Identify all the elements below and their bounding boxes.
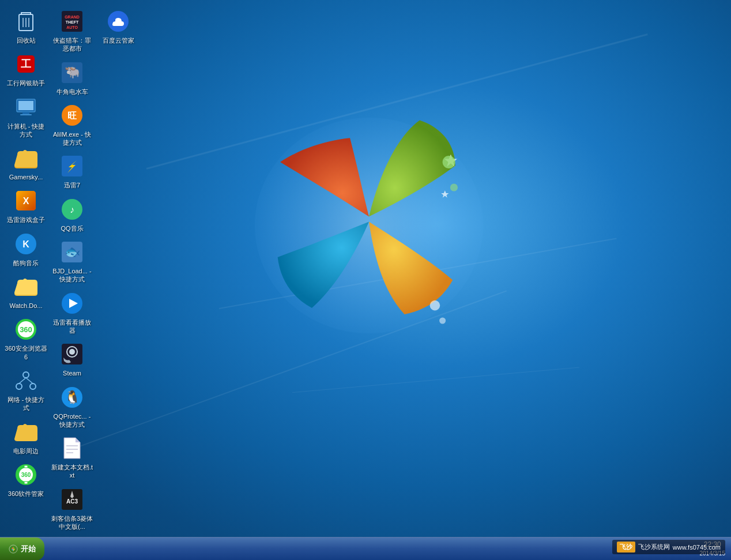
icon-qqmusic-label: QQ音乐: [61, 224, 83, 232]
icon-movie[interactable]: 电影周边: [3, 416, 49, 458]
svg-point-27: [30, 384, 36, 389]
360browser-icon: 360: [13, 317, 39, 342]
alim-icon: 旺: [59, 103, 85, 128]
icon-baidu-cloud[interactable]: 百度云管家: [95, 6, 141, 47]
icon-xunlei-player-label: 迅雷看看播放器: [51, 318, 93, 335]
svg-point-3: [443, 156, 455, 168]
recycle-icon: [13, 9, 39, 34]
icon-watchdog[interactable]: Watch.Do...: [3, 271, 49, 313]
svg-text:♪: ♪: [70, 205, 74, 215]
xunlei7-icon: [59, 153, 85, 179]
icon-newtext-label: 新建文本文档.txt: [51, 463, 93, 480]
desktop-icons-container: 回收站 工 工行网银助手 计算机 - 快捷方式: [3, 6, 141, 542]
icon-360manager-label: 360软件管家: [8, 490, 44, 498]
icon-alim-label: AliIM.exe - 快捷方式: [51, 130, 93, 147]
svg-point-6: [439, 318, 446, 324]
svg-text:旺: 旺: [67, 111, 77, 121]
baidu-cloud-icon: [105, 9, 131, 34]
svg-line-29: [26, 378, 33, 384]
icon-baidu-cloud-label: 百度云管家: [103, 36, 134, 44]
icon-qqprotect-label: QQProtec... - 快捷方式: [51, 412, 93, 429]
icon-xunlei-games[interactable]: X 迅雷游戏盒子: [3, 185, 49, 227]
icon-qqmusic[interactable]: ♪ QQ音乐: [49, 194, 95, 235]
windows-orb-icon: [9, 544, 18, 554]
icon-newtext[interactable]: 新建文本文档.txt: [49, 433, 95, 483]
icon-computer-label: 计算机 - 快捷方式: [5, 122, 47, 139]
icon-computer[interactable]: 计算机 - 快捷方式: [3, 92, 49, 142]
network-icon: [13, 368, 39, 393]
icon-360browser[interactable]: 360 360安全浏览器6: [3, 314, 49, 364]
icon-xunlei7-label: 迅雷7: [64, 181, 80, 189]
icon-recycle[interactable]: 回收站: [3, 6, 49, 47]
start-button[interactable]: 开始: [0, 538, 44, 561]
watermark-url: www.fs0745.com: [673, 544, 721, 551]
svg-text:AUTO: AUTO: [66, 25, 78, 29]
xunlei-player-icon: [59, 291, 85, 316]
qqprotect-icon: 🐧: [59, 385, 85, 410]
watermark-brand: 飞沙: [620, 543, 632, 550]
icon-icbc-label: 工行网银助手: [7, 79, 45, 87]
svg-text:K: K: [22, 239, 29, 249]
icon-xunlei7[interactable]: 迅雷7: [49, 151, 95, 192]
icon-360manager[interactable]: 360 360软件管家: [3, 459, 49, 501]
thief-icon: GRAND THEFT AUTO: [59, 9, 85, 34]
svg-text:X: X: [23, 196, 29, 206]
svg-text:AC3: AC3: [66, 498, 78, 505]
buffalo-icon: 🐃: [59, 60, 85, 85]
svg-rect-16: [20, 114, 32, 115]
svg-text:🐧: 🐧: [65, 389, 81, 405]
icon-steam[interactable]: Steam: [49, 339, 95, 380]
icon-icbc[interactable]: 工 工行网银助手: [3, 48, 49, 90]
icon-thief-label: 侠盗猎车：罪恶都市: [51, 36, 93, 53]
icon-assassin[interactable]: AC3 刺客信条3菱体中文版(...: [49, 484, 95, 534]
svg-rect-33: [24, 465, 28, 468]
icon-recycle-label: 回收站: [17, 36, 36, 44]
windows-logo: [242, 92, 496, 346]
computer-icon: [13, 95, 39, 120]
gamersky-icon: [13, 145, 39, 171]
icon-steam-label: Steam: [63, 369, 81, 377]
icon-gamersky[interactable]: Gamersky...: [3, 142, 49, 184]
svg-point-5: [430, 300, 440, 311]
icbc-icon: 工: [13, 51, 39, 77]
icon-buffalo-label: 牛角电水车: [56, 88, 88, 96]
svg-point-25: [23, 372, 29, 378]
icon-xunlei-games-label: 迅雷游戏盒子: [7, 216, 45, 224]
svg-text:THEFT: THEFT: [66, 20, 79, 24]
360manager-icon: 360: [13, 462, 39, 487]
svg-point-4: [450, 183, 458, 191]
icon-network-label: 网络 - 快捷方式: [5, 396, 47, 412]
assassin-icon: AC3: [59, 487, 85, 512]
bjdload-icon: 🐟: [59, 239, 85, 265]
svg-text:🐟: 🐟: [65, 244, 81, 260]
icon-buffalo[interactable]: 🐃 牛角电水车: [49, 57, 95, 99]
icon-kugou-label: 酷狗音乐: [13, 259, 39, 267]
svg-text:360: 360: [20, 325, 32, 334]
icon-bjdload[interactable]: 🐟 BJD_Load... - 快捷方式: [49, 236, 95, 287]
icon-xunlei-player[interactable]: 迅雷看看播放器: [49, 288, 95, 338]
icon-kugou[interactable]: K 酷狗音乐: [3, 228, 49, 270]
icon-alim[interactable]: 旺 AliIM.exe - 快捷方式: [49, 100, 95, 150]
watermark: 飞沙 飞沙系统网 www.fs0745.com: [612, 540, 725, 554]
svg-rect-14: [18, 101, 33, 110]
icon-movie-label: 电影周边: [13, 447, 39, 455]
icon-bjdload-label: BJD_Load... - 快捷方式: [51, 267, 93, 284]
svg-point-51: [69, 349, 75, 355]
icon-network[interactable]: 网络 - 快捷方式: [3, 365, 49, 415]
icon-thief[interactable]: GRAND THEFT AUTO 侠盗猎车：罪恶都市: [49, 6, 95, 56]
svg-text:🐃: 🐃: [65, 64, 81, 80]
svg-text:工: 工: [21, 58, 31, 70]
start-label: 开始: [21, 544, 36, 554]
steam-icon: [59, 341, 85, 367]
watermark-text: 飞沙系统网: [638, 543, 670, 551]
kugou-icon: K: [13, 231, 39, 257]
movie-icon: [13, 419, 39, 445]
svg-text:GRAND: GRAND: [65, 15, 80, 19]
icon-watchdog-label: Watch.Do...: [9, 302, 42, 310]
xunlei-games-icon: X: [13, 188, 39, 213]
svg-line-28: [19, 378, 26, 384]
icon-qqprotect[interactable]: 🐧 QQProtec... - 快捷方式: [49, 382, 95, 432]
icon-gamersky-label: Gamersky...: [9, 173, 43, 181]
icon-360browser-label: 360安全浏览器6: [5, 344, 47, 361]
svg-point-26: [16, 384, 22, 389]
